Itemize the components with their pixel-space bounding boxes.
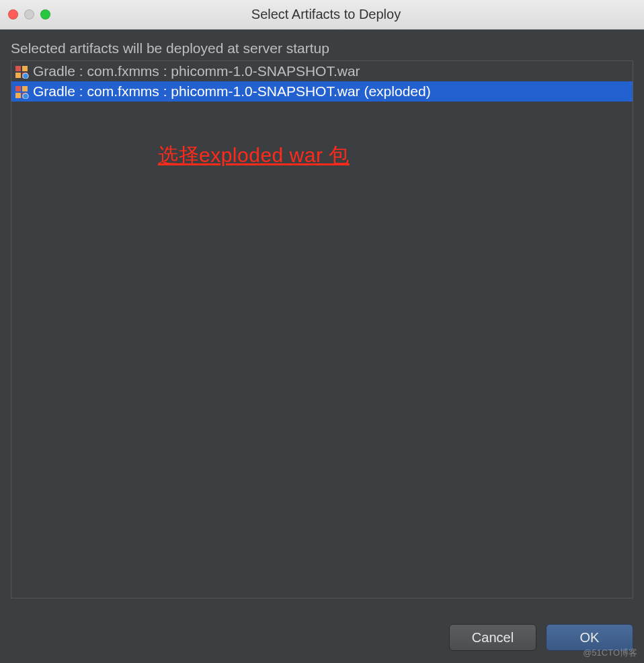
artifact-label: Gradle : com.fxmms : phicomm-1.0-SNAPSHO…	[33, 83, 431, 100]
artifact-item[interactable]: Gradle : com.fxmms : phicomm-1.0-SNAPSHO…	[11, 61, 633, 81]
window-title: Select Artifacts to Deploy	[8, 7, 644, 22]
window-controls	[8, 9, 50, 20]
svg-point-4	[23, 73, 28, 79]
artifact-icon	[14, 84, 29, 99]
artifact-icon	[14, 64, 29, 79]
dialog-subtitle: Selected artifacts will be deployed at s…	[11, 40, 633, 56]
artifact-label: Gradle : com.fxmms : phicomm-1.0-SNAPSHO…	[33, 63, 360, 79]
titlebar: Select Artifacts to Deploy	[0, 0, 644, 30]
maximize-window-button[interactable]	[40, 9, 50, 20]
dialog-content: Selected artifacts will be deployed at s…	[0, 30, 644, 598]
svg-rect-2	[15, 73, 21, 78]
svg-point-9	[23, 93, 28, 99]
svg-rect-5	[15, 86, 21, 91]
watermark: @51CTO博客	[583, 647, 637, 659]
svg-rect-7	[15, 93, 21, 98]
annotation-text: 选择exploded war 包	[158, 142, 350, 169]
minimize-window-button[interactable]	[24, 9, 34, 20]
svg-rect-1	[22, 66, 28, 71]
svg-rect-6	[22, 86, 28, 91]
close-window-button[interactable]	[8, 9, 18, 20]
cancel-button[interactable]: Cancel	[449, 624, 536, 651]
svg-rect-0	[15, 66, 21, 71]
artifacts-list[interactable]: Gradle : com.fxmms : phicomm-1.0-SNAPSHO…	[11, 61, 633, 598]
artifact-item-selected[interactable]: Gradle : com.fxmms : phicomm-1.0-SNAPSHO…	[11, 81, 633, 102]
